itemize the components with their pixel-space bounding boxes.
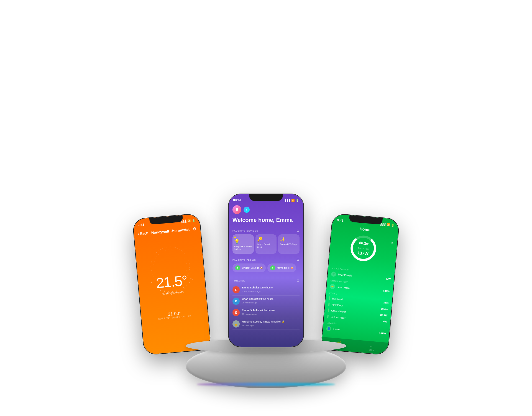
solar-icon: ☀	[331, 272, 336, 277]
flows-settings-icon[interactable]: ⚙	[296, 258, 300, 262]
wifi-icon: 📶	[187, 219, 191, 222]
device-name-loqed: Loqed Smart Lock	[257, 243, 275, 248]
emma-row-left: 👤 Emma	[326, 326, 340, 332]
main-temperature: 21.5°	[155, 272, 188, 291]
emma-device-value: 2.48W	[379, 332, 386, 335]
device-name-osram: Osram LED Strip	[280, 243, 296, 246]
device-card-philips[interactable]: 💡 Philips Hue White & Color	[232, 234, 254, 254]
devices-label: FAVORITE DEVICES	[232, 230, 258, 232]
phone-thermostat: 9:41 ▐▐▐ 📶 🔋 ‹ Back Honeywell Thermostat…	[133, 214, 211, 355]
hub-device	[186, 344, 346, 388]
timeline-avatar-brian: B	[232, 298, 240, 305]
device-card-osram[interactable]: ✨ Osram LED Strip	[278, 234, 300, 254]
signal-icon-c: ▐▐▐	[284, 199, 290, 202]
flows-row: ▶ Chillout Lounge 🏠 ▶ Movie time! 🍿	[232, 263, 300, 272]
user-avatar-secondary[interactable]: B	[244, 207, 250, 213]
timeline-label: TIMELINE	[232, 280, 245, 282]
home-title: Home	[359, 227, 370, 232]
timeline-item-1: B Brian Schultz left the house. 28 minut…	[232, 296, 300, 307]
status-icons-center: ▐▐▐ 📶 🔋	[284, 199, 299, 202]
second-floor-row-left: Second Floor	[327, 314, 346, 320]
chevron-left-icon: ‹	[138, 232, 139, 236]
timeline-section: TIMELINE ⚙ E Emma Schultz came home. a f…	[232, 279, 300, 330]
play-button-chillout[interactable]: ▶	[235, 265, 240, 270]
wifi-icon-r: 📶	[387, 223, 390, 226]
energy-circle-text: 80.2W Ground Floor 137W	[357, 241, 370, 256]
device-active-dot	[234, 237, 236, 238]
user-avatar-main[interactable]: E	[232, 205, 241, 214]
flow-movie[interactable]: ▶ Movie time! 🍿	[267, 263, 296, 272]
lock-icon: 🔑	[257, 237, 263, 242]
meter-row-left: ⚡ Smart Meter	[330, 284, 351, 291]
play-button-movie[interactable]: ▶	[270, 265, 275, 270]
timeline-avatar-emma1: E	[232, 286, 240, 293]
meter-name: Smart Meter	[336, 286, 350, 290]
bulb-icon: 💡	[234, 239, 240, 244]
flow-chillout[interactable]: ▶ Chillout Lounge 🏠	[232, 263, 266, 272]
time-center: 09:41	[233, 198, 242, 202]
status-icons-left: ▐▐▐ 📶 🔋	[180, 219, 195, 223]
phone-energy: 9:41 ▐▐▐ 📶 🔋 Home ≡	[321, 214, 399, 355]
ground-floor-bar	[328, 308, 329, 312]
status-icons-right: ▐▐▐ 📶 🔋	[379, 222, 394, 227]
device-name-philips: Philips Hue White & Color	[234, 245, 252, 250]
second-floor-value: 6W	[383, 320, 387, 323]
ground-floor-name: Ground Floor	[331, 309, 346, 313]
welcome-heading: Welcome home, Emma	[232, 217, 300, 223]
tab-more[interactable]: ··· More	[369, 344, 374, 351]
back-label: Back	[140, 231, 148, 235]
flow-label-movie: Movie time! 🍿	[277, 267, 293, 269]
led-icon: ✨	[280, 237, 285, 242]
timeline-text-0: Emma Schultz came home.	[242, 286, 300, 290]
devices-settings-icon[interactable]: ⚙	[296, 229, 300, 233]
watt-unit: W	[366, 242, 369, 245]
timeline-content-1: Brian Schultz left the house. 28 minutes…	[242, 298, 300, 304]
meter-icon: ⚡	[330, 284, 335, 290]
backyard-value: 12W	[383, 302, 388, 305]
devices-section-header: FAVORITE DEVICES ⚙	[232, 229, 300, 233]
thermostat-title: Honeywell Thermostat	[151, 227, 190, 235]
ground-floor-row-left: Ground Floor	[328, 308, 346, 314]
timeline-time-1: 28 minutes ago	[242, 301, 300, 304]
timeline-text-2: Emma Schultz left the house.	[242, 309, 300, 312]
solar-value: 87W	[385, 277, 391, 281]
timeline-time-3: an hour ago	[242, 324, 300, 327]
battery-icon-r: 🔋	[391, 223, 395, 227]
home-header: E B	[232, 205, 300, 214]
time-right: 9:41	[337, 218, 344, 223]
time-left: 9:41	[137, 223, 144, 227]
more-tab-icon: ···	[370, 344, 374, 349]
second-floor-bar	[327, 314, 329, 318]
backyard-name: Backyard	[332, 297, 343, 301]
current-temp-section: 21.00° CURRENT TEMPERATURE	[141, 308, 208, 322]
wifi-icon-c: 📶	[291, 199, 295, 202]
timeline-content-3: Nighttime Security is now turned off 🔒 a…	[242, 320, 300, 327]
timeline-item-0: E Emma Schultz came home. a few seconds …	[232, 284, 300, 296]
timeline-item-3: 🔒 Nighttime Security is now turned off 🔒…	[232, 318, 300, 330]
watt-value: 80.2	[359, 241, 366, 245]
timeline-avatar-emma2: E	[232, 309, 240, 316]
timeline-content-2: Emma Schultz left the house. 29 minutes …	[242, 309, 300, 315]
timeline-text-3: Nighttime Security is now turned off 🔒	[242, 320, 300, 324]
solar-row-left: ☀ Solar Panels	[331, 272, 352, 278]
battery-icon-c: 🔋	[296, 199, 299, 202]
floor-label: Ground Floor	[357, 247, 369, 250]
menu-icon[interactable]: ≡	[391, 241, 393, 245]
more-tab-label: More	[369, 349, 374, 351]
favorite-devices-section: FAVORITE DEVICES ⚙ 💡 Philips Hue White &…	[232, 229, 300, 254]
phone-notch-center	[249, 194, 283, 201]
timeline-time-2: 29 minutes ago	[242, 313, 300, 315]
total-watt: 137W	[357, 250, 369, 256]
battery-icon: 🔋	[192, 219, 195, 222]
energy-list: SOLAR PANELS ☀ Solar Panels 87W SMART ME…	[326, 265, 392, 337]
timeline-settings-icon[interactable]: ⚙	[296, 279, 300, 283]
first-floor-name: First Floor	[332, 303, 343, 307]
welcome-section: Welcome home, Emma	[232, 217, 300, 223]
back-button[interactable]: ‹ Back	[138, 231, 148, 236]
timeline-section-header: TIMELINE ⚙	[232, 279, 300, 283]
first-floor-value: 19.6W	[381, 308, 388, 311]
timeline-content-0: Emma Schultz came home. a few seconds ag…	[242, 286, 300, 293]
timeline-avatar-security: 🔒	[232, 320, 240, 328]
settings-icon[interactable]: ⚙	[193, 226, 197, 232]
device-card-loqed[interactable]: 🔑 Loqed Smart Lock	[255, 234, 277, 254]
